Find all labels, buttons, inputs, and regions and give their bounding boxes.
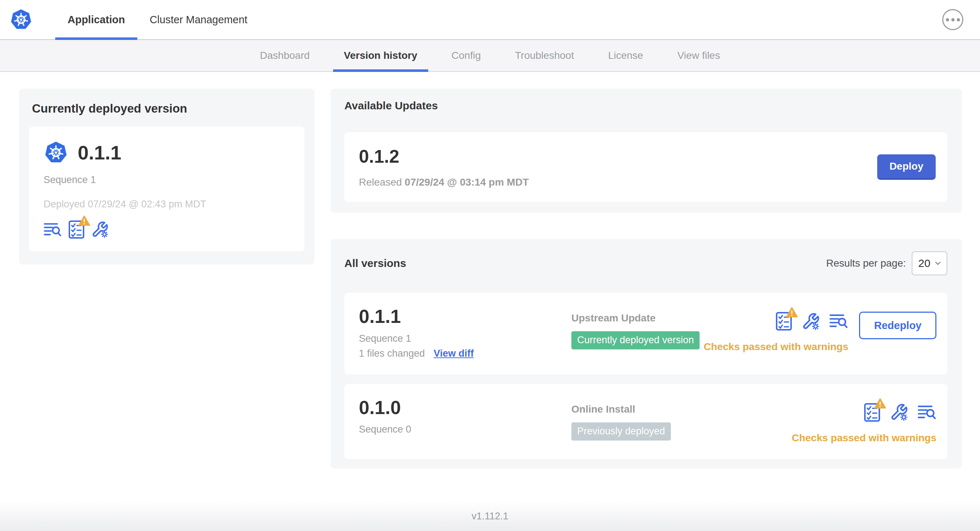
deployed-actions <box>44 220 290 239</box>
preflight-checks-warning-icon[interactable] <box>68 220 84 239</box>
row-source-label: Upstream Update <box>571 312 703 324</box>
previously-deployed-badge: Previously deployed <box>571 422 671 440</box>
tab-cluster-management[interactable]: Cluster Management <box>137 0 260 39</box>
tab-application[interactable]: Application <box>55 0 137 39</box>
preflight-status-text: Checks passed with warnings <box>703 341 848 353</box>
view-diff-link[interactable]: View diff <box>434 348 474 359</box>
preflight-checks-warning-icon[interactable] <box>864 403 880 422</box>
currently-deployed-section: Currently deployed version 0.1.1 Sequenc… <box>19 89 315 264</box>
top-navbar: Application Cluster Management <box>0 0 980 40</box>
warning-triangle-icon <box>786 307 798 318</box>
row-files-changed: 1 files changed View diff <box>359 348 571 359</box>
subtab-dashboard-label: Dashboard <box>260 50 310 61</box>
row-sequence: Sequence 1 <box>359 333 571 344</box>
available-updates-section: Available Updates 0.1.2 Released 07/29/2… <box>331 89 962 213</box>
tab-cluster-management-label: Cluster Management <box>150 14 247 26</box>
preflight-status-text: Checks passed with warnings <box>792 432 936 444</box>
ellipsis-dot <box>951 18 955 21</box>
available-update-card: 0.1.2 Released 07/29/24 @ 03:14 pm MDT D… <box>344 132 947 202</box>
kubernetes-app-icon <box>44 140 68 165</box>
version-row-source: Upstream Update Currently deployed versi… <box>571 307 703 350</box>
version-row-info: 0.1.0 Sequence 0 <box>359 398 571 436</box>
chevron-down-icon <box>934 259 942 268</box>
versions-column: Available Updates 0.1.2 Released 07/29/2… <box>331 89 962 469</box>
checks-column: Checks passed with warnings <box>703 312 848 353</box>
redeploy-button[interactable]: Redeploy <box>859 312 936 339</box>
subtab-version-history[interactable]: Version history <box>333 40 428 71</box>
top-tabs: Application Cluster Management <box>55 0 260 39</box>
deployed-header: 0.1.1 <box>44 140 290 165</box>
warning-triangle-icon <box>78 215 91 226</box>
main-content: Currently deployed version 0.1.1 Sequenc… <box>0 72 980 501</box>
app-footer: v1.112.1 <box>0 501 980 531</box>
all-versions-title: All versions <box>344 257 406 270</box>
version-row-0-1-1: 0.1.1 Sequence 1 1 files changed View di… <box>344 293 947 374</box>
files-changed-text: 1 files changed <box>359 348 425 359</box>
released-prefix: Released <box>359 176 402 188</box>
tab-application-label: Application <box>68 14 125 26</box>
version-row-source: Online Install Previously deployed <box>571 398 792 440</box>
currently-deployed-title: Currently deployed version <box>29 100 304 116</box>
checks-column: Checks passed with warnings <box>792 403 936 444</box>
deploy-button[interactable]: Deploy <box>877 154 936 180</box>
version-row-info: 0.1.1 Sequence 1 1 files changed View di… <box>359 307 571 359</box>
row-source-label: Online Install <box>571 404 792 415</box>
ellipsis-menu-button[interactable] <box>942 9 963 30</box>
subtab-license-label: License <box>608 50 643 61</box>
results-per-page-group: Results per page: 20 <box>826 251 947 275</box>
current-version-column: Currently deployed version 0.1.1 Sequenc… <box>19 89 315 264</box>
kubernetes-logo-icon <box>10 8 33 31</box>
available-update-info: 0.1.2 Released 07/29/24 @ 03:14 pm MDT <box>359 146 529 188</box>
preflight-checks-warning-icon[interactable] <box>775 312 792 331</box>
all-versions-section: All versions Results per page: 20 0.1.1 <box>331 239 962 469</box>
warning-triangle-icon <box>874 398 886 409</box>
app-subnav: Dashboard Version history Config Trouble… <box>0 40 980 72</box>
config-wrench-icon[interactable] <box>890 403 908 421</box>
deployed-timestamp: Deployed 07/29/24 @ 02:43 pm MDT <box>44 199 290 210</box>
row-sequence: Sequence 0 <box>359 424 571 435</box>
released-date: 07/29/24 @ 03:14 pm MDT <box>405 176 529 188</box>
subtab-dashboard[interactable]: Dashboard <box>249 40 321 71</box>
results-per-page-select[interactable]: 20 <box>912 251 947 275</box>
results-per-page-value: 20 <box>918 257 930 270</box>
row-action-icons <box>775 312 848 331</box>
subtab-troubleshoot-label: Troubleshoot <box>515 50 574 61</box>
currently-deployed-badge: Currently deployed version <box>571 331 700 350</box>
subtab-troubleshoot[interactable]: Troubleshoot <box>504 40 585 71</box>
version-row-actions: Checks passed with warnings Redeploy <box>703 307 936 353</box>
config-wrench-icon[interactable] <box>91 221 108 238</box>
ellipsis-dot <box>957 18 960 21</box>
currently-deployed-card: 0.1.1 Sequence 1 Deployed 07/29/24 @ 02:… <box>29 126 304 251</box>
deployed-version-number: 0.1.1 <box>78 141 121 164</box>
logs-icon[interactable] <box>829 313 848 329</box>
subtab-version-history-label: Version history <box>344 50 417 61</box>
subtab-view-files-label: View files <box>678 50 720 61</box>
version-row-actions: Checks passed with warnings <box>792 398 936 444</box>
row-version-number: 0.1.0 <box>359 398 571 418</box>
row-version-number: 0.1.1 <box>359 307 571 326</box>
subtab-view-files[interactable]: View files <box>667 40 731 71</box>
config-wrench-icon[interactable] <box>802 312 820 331</box>
subtab-config[interactable]: Config <box>441 40 492 71</box>
update-version-number: 0.1.2 <box>359 146 529 167</box>
console-version-text: v1.112.1 <box>471 511 509 522</box>
version-row-0-1-0: 0.1.0 Sequence 0 Online Install Previous… <box>344 384 947 459</box>
subtab-license[interactable]: License <box>597 40 654 71</box>
all-versions-header: All versions Results per page: 20 <box>344 251 947 275</box>
row-action-icons <box>864 403 936 422</box>
logs-icon[interactable] <box>918 405 936 420</box>
logs-icon[interactable] <box>44 222 62 237</box>
subtab-config-label: Config <box>452 50 481 61</box>
version-rows: 0.1.1 Sequence 1 1 files changed View di… <box>344 293 947 459</box>
ellipsis-dot <box>946 18 949 21</box>
available-updates-title: Available Updates <box>344 100 947 112</box>
update-released-line: Released 07/29/24 @ 03:14 pm MDT <box>359 176 529 188</box>
app-screen: Application Cluster Management Dashboard… <box>0 0 980 531</box>
deployed-sequence: Sequence 1 <box>44 174 290 186</box>
results-per-page-label: Results per page: <box>826 258 906 269</box>
